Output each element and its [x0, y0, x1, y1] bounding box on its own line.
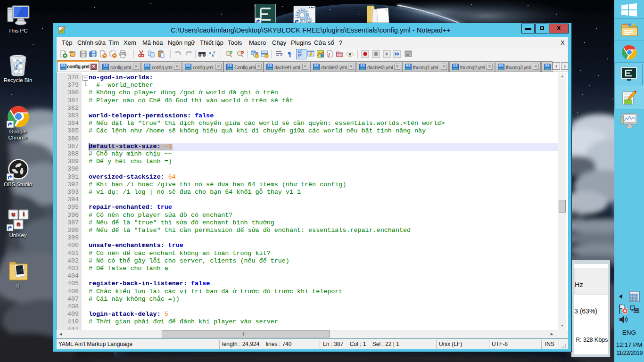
svg-text:u: u — [11, 211, 15, 217]
svg-text:n: n — [17, 221, 20, 227]
svg-text:i: i — [23, 211, 24, 217]
svg-text:a: a — [209, 50, 211, 55]
svg-text:¶: ¶ — [288, 50, 291, 58]
svg-text:b: b — [212, 53, 214, 58]
